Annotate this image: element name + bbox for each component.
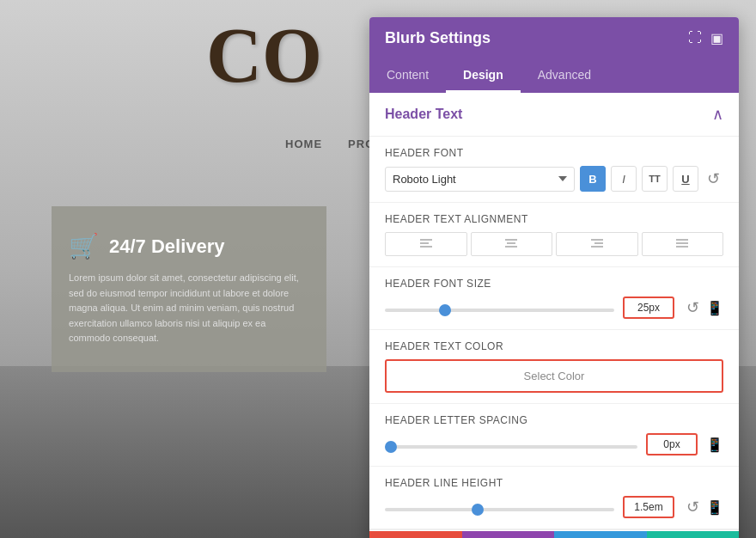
panel-header: Blurb Settings ⛶ ▣ — [369, 17, 739, 59]
tabs: Content Design Advanced — [369, 59, 739, 93]
letter-spacing-row: Header Letter Spacing 0px 📱 — [369, 404, 739, 467]
mobile-icon[interactable]: 📱 — [706, 300, 723, 316]
layout-icon[interactable]: ▣ — [710, 30, 723, 46]
line-height-value: 1.5em — [623, 496, 674, 518]
svg-rect-4 — [507, 242, 515, 244]
svg-rect-5 — [505, 246, 517, 248]
letter-spacing-value: 0px — [646, 433, 698, 455]
underline-button[interactable]: U — [673, 166, 698, 192]
line-height-slider[interactable] — [385, 508, 614, 511]
alignment-row: Header Text Alignment — [369, 203, 739, 267]
font-reset-button[interactable]: ↺ — [704, 168, 723, 190]
svg-rect-3 — [505, 239, 517, 241]
svg-rect-9 — [676, 239, 688, 241]
panel-footer: ✕ ↺ ↻ ✓ — [369, 531, 739, 538]
text-color-row: Header Text Color Select Color — [369, 330, 739, 404]
align-justify-btn[interactable] — [642, 232, 724, 256]
letter-spacing-slider-row: 0px 📱 — [385, 433, 723, 455]
font-size-row: Header Font Size 25px ↺ 📱 — [369, 267, 739, 330]
svg-rect-2 — [420, 246, 432, 248]
line-height-device-icon[interactable]: 📱 — [706, 499, 723, 516]
align-controls — [385, 232, 723, 256]
font-size-slider[interactable] — [385, 309, 614, 312]
font-controls: Roboto Light B I TT U ↺ — [385, 166, 723, 192]
font-size-slider-wrap — [385, 300, 614, 315]
align-center-btn[interactable] — [471, 232, 553, 256]
svg-rect-0 — [420, 239, 432, 241]
font-size-slider-row: 25px ↺ 📱 — [385, 297, 723, 319]
delivery-title: 🛒 24/7 Delivery — [69, 232, 301, 260]
header-font-label: Header Font — [385, 147, 723, 159]
text-color-label: Header Text Color — [385, 340, 723, 352]
panel-body: Header Text ∧ Header Font Roboto Light B… — [369, 93, 739, 531]
font-select[interactable]: Roboto Light — [385, 167, 575, 192]
align-right-btn[interactable] — [556, 232, 638, 256]
redo-button[interactable]: ↻ — [554, 531, 647, 538]
blurb-settings-panel: Blurb Settings ⛶ ▣ Content Design Advanc… — [369, 17, 739, 538]
header-text-section: Header Text ∧ Header Font Roboto Light B… — [369, 93, 739, 530]
line-height-reset[interactable]: ↺ — [683, 496, 703, 518]
svg-rect-11 — [676, 246, 688, 248]
font-size-value: 25px — [623, 297, 674, 319]
tab-content[interactable]: Content — [369, 59, 446, 93]
cancel-button[interactable]: ✕ — [369, 531, 462, 538]
header-text-toggle[interactable]: ∧ — [712, 105, 723, 124]
font-size-label: Header Font Size — [385, 278, 723, 290]
letter-spacing-icons: 📱 — [706, 437, 723, 453]
panel-title: Blurb Settings — [385, 29, 491, 47]
delivery-text: Lorem ipsum dolor sit amet, consectetur … — [69, 271, 301, 346]
alignment-label: Header Text Alignment — [385, 213, 723, 225]
panel-header-icons: ⛶ ▣ — [688, 30, 723, 46]
svg-rect-6 — [591, 239, 603, 241]
nav-home: HOME — [285, 138, 322, 150]
svg-rect-8 — [591, 246, 603, 248]
tab-design[interactable]: Design — [446, 59, 521, 93]
align-left-btn[interactable] — [385, 232, 467, 256]
cart-icon: 🛒 — [69, 232, 99, 260]
svg-rect-1 — [420, 242, 429, 244]
tt-button[interactable]: TT — [642, 166, 668, 192]
line-height-slider-wrap — [385, 499, 614, 515]
font-size-icons: ↺ 📱 — [683, 297, 723, 319]
header-font-row: Header Font Roboto Light B I TT U ↺ — [369, 137, 739, 203]
header-text-section-header: Header Text ∧ — [369, 93, 739, 137]
svg-rect-10 — [676, 242, 688, 244]
logo: CO — [206, 17, 322, 95]
line-height-slider-row: 1.5em ↺ 📱 — [385, 496, 723, 518]
line-height-label: Header Line Height — [385, 477, 723, 489]
save-button[interactable]: ✓ — [647, 531, 740, 538]
delivery-section: 🛒 24/7 Delivery Lorem ipsum dolor sit am… — [52, 206, 326, 372]
svg-rect-7 — [594, 242, 603, 244]
letter-spacing-device-icon[interactable]: 📱 — [706, 437, 723, 453]
italic-button[interactable]: I — [611, 166, 637, 192]
color-select-button[interactable]: Select Color — [385, 359, 723, 393]
header-text-title: Header Text — [385, 107, 462, 122]
line-height-icons: ↺ 📱 — [683, 496, 723, 518]
reset-button[interactable]: ↺ — [462, 531, 555, 538]
letter-spacing-label: Header Letter Spacing — [385, 414, 723, 426]
fullscreen-icon[interactable]: ⛶ — [688, 30, 702, 46]
letter-spacing-slider-wrap — [385, 437, 637, 452]
bold-button[interactable]: B — [580, 166, 606, 192]
tab-advanced[interactable]: Advanced — [521, 59, 608, 93]
font-size-reset[interactable]: ↺ — [683, 297, 703, 319]
line-height-row: Header Line Height 1.5em ↺ 📱 — [369, 467, 739, 529]
letter-spacing-slider[interactable] — [385, 445, 637, 449]
